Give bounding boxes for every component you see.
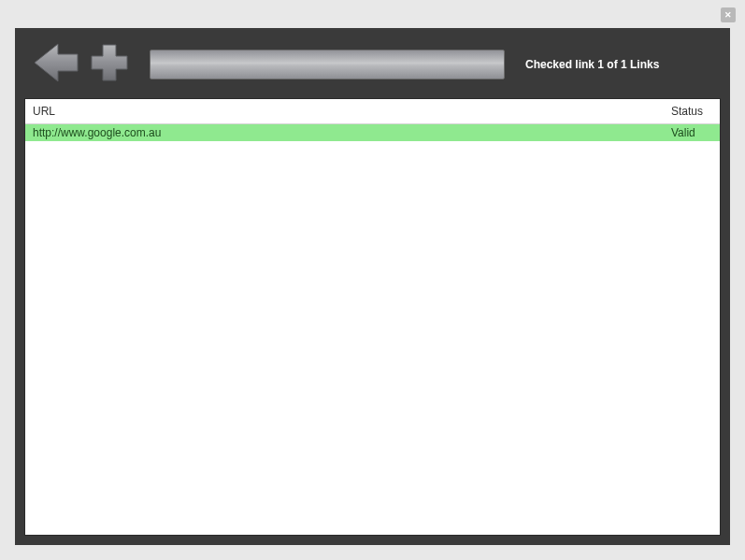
results-table: URL Status http://www.google.com.au Vali… <box>24 98 721 536</box>
table-body: http://www.google.com.au Valid <box>25 124 720 535</box>
add-button[interactable] <box>88 41 131 87</box>
back-button[interactable] <box>32 41 80 87</box>
status-text: Checked link 1 of 1 Links <box>525 58 659 71</box>
arrow-left-icon <box>32 41 80 84</box>
close-button[interactable]: ✕ <box>721 7 736 22</box>
plus-icon <box>88 41 131 84</box>
progress-bar <box>150 50 505 79</box>
close-icon: ✕ <box>724 10 732 20</box>
cell-url: http://www.google.com.au <box>25 124 664 141</box>
column-header-url[interactable]: URL <box>25 99 664 123</box>
cell-status: Valid <box>664 124 720 141</box>
table-header: URL Status <box>25 99 720 124</box>
main-panel: Checked link 1 of 1 Links URL Status htt… <box>15 28 730 545</box>
progress-container <box>150 50 505 79</box>
toolbar: Checked link 1 of 1 Links <box>24 37 721 98</box>
table-row[interactable]: http://www.google.com.au Valid <box>25 124 720 141</box>
column-header-status[interactable]: Status <box>664 99 720 123</box>
